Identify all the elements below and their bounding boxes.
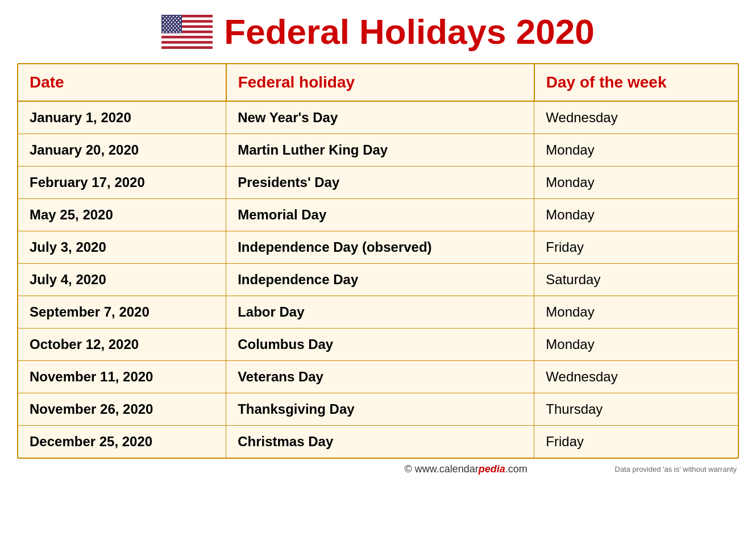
svg-point-53 [166,31,167,32]
disclaimer-text: Data provided 'as is' without warranty [615,465,737,473]
svg-point-33 [173,23,174,24]
table-row: May 25, 2020Memorial DayMonday [18,199,738,231]
svg-point-21 [169,19,171,20]
cell-date: July 4, 2020 [18,264,226,296]
svg-point-50 [175,29,176,30]
svg-rect-4 [161,33,213,36]
svg-point-44 [173,27,174,28]
table-row: December 25, 2020Christmas DayFriday [18,426,738,458]
cell-holiday: Christmas Day [226,426,534,458]
svg-point-40 [178,25,179,26]
svg-point-31 [166,23,167,24]
svg-point-55 [173,31,174,32]
svg-point-15 [168,18,169,19]
svg-point-47 [164,29,165,30]
column-header-holiday: Federal holiday [226,64,534,101]
table-row: November 11, 2020Veterans DayWednesday [18,361,738,393]
svg-point-42 [166,27,167,28]
svg-point-56 [176,31,177,32]
svg-point-52 [163,31,164,32]
svg-point-10 [169,15,171,16]
table-row: November 26, 2020Thanksgiving DayThursda… [18,393,738,426]
svg-point-34 [176,23,177,24]
svg-point-35 [180,23,181,24]
svg-point-19 [163,19,164,20]
table-row: July 4, 2020Independence DaySaturday [18,264,738,296]
svg-point-51 [178,29,179,30]
svg-point-54 [169,31,171,32]
cell-holiday: Veterans Day [226,361,534,393]
svg-point-14 [164,18,165,19]
cell-day: Monday [534,167,738,199]
svg-point-43 [169,27,171,28]
cell-date: November 26, 2020 [18,393,226,426]
svg-point-28 [175,22,176,23]
svg-point-9 [166,15,167,16]
svg-point-27 [171,22,172,23]
svg-rect-6 [161,43,213,46]
svg-point-32 [169,23,171,24]
cell-date: July 3, 2020 [18,231,226,264]
page-footer: © www.calendarpedia.com Data provided 'a… [17,463,739,475]
cell-day: Monday [534,296,738,329]
svg-point-29 [178,22,179,23]
cell-day: Monday [534,199,738,231]
table-row: October 12, 2020Columbus DayMonday [18,329,738,361]
us-flag-icon [161,15,213,49]
svg-point-37 [168,25,169,26]
page-header: Federal Holidays 2020 [17,11,739,52]
cell-day: Wednesday [534,101,738,134]
cell-day: Wednesday [534,361,738,393]
svg-point-46 [180,27,181,28]
cell-day: Thursday [534,393,738,426]
svg-point-57 [180,31,181,32]
table-row: February 17, 2020Presidents' DayMonday [18,167,738,199]
cell-date: October 12, 2020 [18,329,226,361]
holidays-table: Date Federal holiday Day of the week Jan… [18,64,738,458]
cell-holiday: New Year's Day [226,101,534,134]
svg-point-16 [171,18,172,19]
svg-point-22 [173,19,174,20]
svg-point-36 [164,25,165,26]
svg-point-12 [176,15,177,16]
svg-point-18 [178,18,179,19]
cell-holiday: Columbus Day [226,329,534,361]
table-row: July 3, 2020Independence Day (observed)F… [18,231,738,264]
cell-date: January 20, 2020 [18,134,226,167]
svg-point-13 [180,15,181,16]
svg-rect-5 [161,38,213,41]
cell-date: November 11, 2020 [18,361,226,393]
cell-holiday: Independence Day (observed) [226,231,534,264]
copyright-text: © www.calendarpedia.com [317,463,615,475]
svg-point-11 [173,15,174,16]
cell-date: September 7, 2020 [18,296,226,329]
svg-point-26 [168,22,169,23]
svg-point-23 [176,19,177,20]
svg-point-39 [175,25,176,26]
holidays-table-container: Date Federal holiday Day of the week Jan… [17,63,739,459]
cell-holiday: Memorial Day [226,199,534,231]
page-title: Federal Holidays 2020 [224,11,594,52]
cell-day: Monday [534,134,738,167]
cell-holiday: Labor Day [226,296,534,329]
italic-pedia: pedia [479,463,505,475]
table-row: September 7, 2020Labor DayMonday [18,296,738,329]
cell-date: February 17, 2020 [18,167,226,199]
svg-point-48 [168,29,169,30]
svg-point-20 [166,19,167,20]
svg-point-41 [163,27,164,28]
svg-point-25 [164,22,165,23]
table-header-row: Date Federal holiday Day of the week [18,64,738,101]
svg-point-17 [175,18,176,19]
column-header-date: Date [18,64,226,101]
svg-point-49 [171,29,172,30]
svg-point-24 [180,19,181,20]
cell-holiday: Independence Day [226,264,534,296]
cell-holiday: Thanksgiving Day [226,393,534,426]
svg-point-45 [176,27,177,28]
column-header-day: Day of the week [534,64,738,101]
cell-day: Monday [534,329,738,361]
table-row: January 1, 2020New Year's DayWednesday [18,101,738,134]
cell-holiday: Martin Luther King Day [226,134,534,167]
cell-day: Friday [534,231,738,264]
